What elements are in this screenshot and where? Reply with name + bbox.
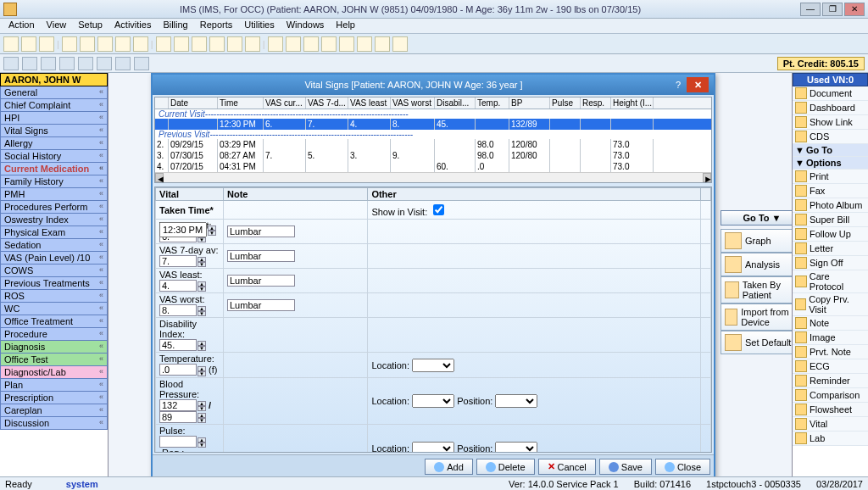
side-button[interactable]: Import from Device xyxy=(721,303,792,331)
leftnav-item[interactable]: Office Treatment« xyxy=(0,315,108,328)
side-button[interactable]: Analysis xyxy=(721,253,792,276)
leftnav-item[interactable]: Previous Treatments« xyxy=(0,277,108,290)
tb-icon[interactable] xyxy=(227,36,242,52)
delete-button[interactable]: Delete xyxy=(476,459,535,475)
show-in-visit-checkbox[interactable] xyxy=(433,204,444,215)
tb-icon[interactable] xyxy=(303,36,319,52)
menu-action[interactable]: Action xyxy=(3,19,40,33)
tb2-icon[interactable] xyxy=(22,57,37,70)
tb-icon[interactable] xyxy=(62,36,77,52)
taken-time-input[interactable] xyxy=(159,222,207,237)
leftnav-item[interactable]: Office Test« xyxy=(0,354,108,366)
leftnav-item[interactable]: Diagnostic/Lab« xyxy=(0,366,108,379)
rightnav-item[interactable]: Print xyxy=(793,170,868,184)
temperature-input[interactable] xyxy=(159,364,197,376)
rightnav-item[interactable]: ECG xyxy=(793,359,868,374)
tb2-icon[interactable] xyxy=(59,57,75,70)
menu-view[interactable]: View xyxy=(42,19,72,33)
close-button-dlg[interactable]: Close xyxy=(655,459,710,475)
leftnav-item[interactable]: Social History« xyxy=(0,150,108,163)
tb2-icon[interactable] xyxy=(97,57,112,70)
leftnav-item[interactable]: Prescription« xyxy=(0,392,108,404)
rightnav-item[interactable]: Prvt. Note xyxy=(793,345,868,359)
leftnav-item[interactable]: Oswestry Index« xyxy=(0,214,108,226)
leftnav-item[interactable]: WC« xyxy=(0,303,108,315)
bp-position-select[interactable] xyxy=(495,394,537,408)
pulse-input[interactable] xyxy=(159,436,197,448)
grid-row[interactable]: 12:30 PM6.7.4.8.45.132/89 xyxy=(155,119,711,130)
bp-sys-input[interactable] xyxy=(159,399,197,411)
tb-icon[interactable] xyxy=(97,36,113,52)
rightnav-item[interactable]: Show Link xyxy=(793,115,868,130)
leftnav-item[interactable]: Allergy« xyxy=(0,137,108,150)
grid-row[interactable]: 3.07/30/1508:27 AM7.5.3.9.98.0120/8073.0 xyxy=(155,150,711,161)
tb2-icon[interactable] xyxy=(41,57,56,70)
rightnav-item[interactable]: Vital xyxy=(793,417,868,432)
pulse-position-select[interactable] xyxy=(495,442,537,453)
close-button[interactable]: ✕ xyxy=(844,3,865,16)
tb-icon[interactable] xyxy=(156,36,171,52)
vas-worst-note[interactable] xyxy=(227,299,295,311)
disability-input[interactable] xyxy=(159,339,197,351)
rightnav-item[interactable]: Flowsheet xyxy=(793,403,868,417)
tb2-icon[interactable] xyxy=(134,57,149,70)
side-button[interactable]: Taken By Patient xyxy=(721,276,792,303)
save-button[interactable]: Save xyxy=(599,459,652,475)
tb-icon[interactable] xyxy=(115,36,131,52)
vas7-input[interactable] xyxy=(159,255,197,267)
rightnav-item[interactable]: Reminder xyxy=(793,374,868,388)
grid-row[interactable]: 4.07/20/1504:31 PM60..073.0 xyxy=(155,161,711,172)
menu-windows[interactable]: Windows xyxy=(281,19,330,33)
add-button[interactable]: Add xyxy=(425,459,473,475)
goto-button[interactable]: Go To ▼ xyxy=(721,210,792,226)
menu-reports[interactable]: Reports xyxy=(195,19,238,33)
dialog-close-icon[interactable]: ✕ xyxy=(687,77,709,92)
menu-utilities[interactable]: Utilities xyxy=(239,19,279,33)
minimize-button[interactable]: ― xyxy=(800,3,821,16)
rightnav-item[interactable]: Care Protocol xyxy=(793,270,868,293)
leftnav-item[interactable]: Vital Signs« xyxy=(0,125,108,137)
tb-icon[interactable] xyxy=(192,36,207,52)
leftnav-item[interactable]: General« xyxy=(0,86,108,99)
leftnav-item[interactable]: Discussion« xyxy=(0,417,108,430)
help-icon[interactable]: ? xyxy=(670,80,687,90)
vas-least-input[interactable] xyxy=(159,280,197,292)
tb2-icon[interactable] xyxy=(78,57,93,70)
tb-icon[interactable] xyxy=(268,36,283,52)
rightnav-item[interactable]: Lab xyxy=(793,432,868,446)
tb-icon[interactable] xyxy=(80,36,95,52)
menu-setup[interactable]: Setup xyxy=(73,19,108,33)
menu-help[interactable]: Help xyxy=(331,19,360,33)
bp-dia-input[interactable] xyxy=(159,411,197,423)
leftnav-item[interactable]: Diagnosis« xyxy=(0,341,108,354)
tb2-icon[interactable] xyxy=(115,57,131,70)
leftnav-item[interactable]: ROS« xyxy=(0,290,108,303)
restore-button[interactable]: ❐ xyxy=(822,3,843,16)
leftnav-item[interactable]: COWS« xyxy=(0,264,108,277)
rightnav-item[interactable]: Dashboard xyxy=(793,101,868,115)
rightnav-item[interactable]: Image xyxy=(793,331,868,345)
rightnav-item[interactable]: Photo Album xyxy=(793,198,868,213)
rightnav-item[interactable]: Sign Off xyxy=(793,256,868,270)
tb-icon[interactable] xyxy=(375,36,390,52)
tb-icon[interactable] xyxy=(174,36,189,52)
rightnav-item[interactable]: CDS xyxy=(793,130,868,144)
leftnav-item[interactable]: Procedure« xyxy=(0,328,108,341)
cancel-button[interactable]: ✕Cancel xyxy=(538,459,596,475)
leftnav-item[interactable]: Careplan« xyxy=(0,404,108,417)
vas-least-note[interactable] xyxy=(227,275,295,287)
bp-location-select[interactable] xyxy=(412,394,454,408)
rightnav-item[interactable]: Letter xyxy=(793,242,868,256)
leftnav-item[interactable]: Current Medication« xyxy=(0,163,108,175)
menu-billing[interactable]: Billing xyxy=(158,19,192,33)
tb-icon[interactable] xyxy=(245,36,260,52)
vas-current-note[interactable] xyxy=(227,226,295,237)
tb-icon[interactable] xyxy=(133,36,148,52)
leftnav-item[interactable]: Procedures Perform« xyxy=(0,201,108,214)
tb-icon[interactable] xyxy=(21,36,36,52)
tb-icon[interactable] xyxy=(209,36,225,52)
tb2-icon[interactable] xyxy=(3,57,19,70)
tb-icon[interactable] xyxy=(321,36,337,52)
side-button[interactable]: Graph xyxy=(721,229,792,253)
leftnav-item[interactable]: Physical Exam« xyxy=(0,226,108,239)
